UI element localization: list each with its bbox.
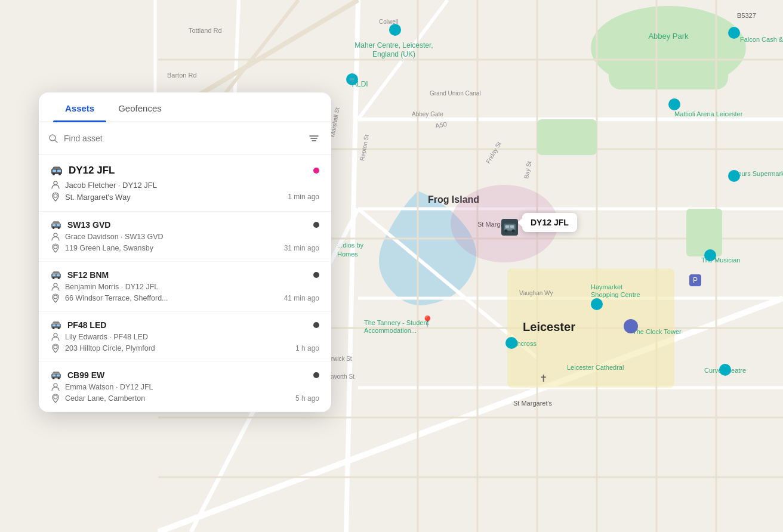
- svg-text:Leicester: Leicester: [523, 320, 575, 333]
- svg-point-121: [53, 327, 55, 330]
- svg-point-77: [728, 27, 740, 39]
- svg-rect-126: [53, 375, 56, 377]
- asset-plate: SF12 BNM: [67, 270, 313, 280]
- asset-driver: Emma Watson · DY12 JFL: [51, 382, 319, 392]
- svg-text:P: P: [693, 276, 698, 284]
- asset-status: [313, 372, 319, 378]
- svg-point-124: [54, 345, 57, 349]
- svg-rect-112: [53, 274, 56, 277]
- svg-point-107: [53, 227, 55, 230]
- svg-rect-2: [609, 18, 728, 89]
- svg-text:✝: ✝: [540, 373, 547, 383]
- svg-point-76: [624, 319, 638, 333]
- svg-text:📍: 📍: [421, 315, 434, 328]
- svg-point-130: [54, 383, 57, 387]
- svg-point-101: [58, 173, 61, 175]
- list-item[interactable]: CB99 EW Emma Watson · DY12 JFL Cedar Lan…: [39, 362, 331, 412]
- svg-point-83: [719, 364, 731, 376]
- search-bar: [39, 122, 331, 155]
- asset-location: 203 Hilltop Circle, Plymford 1 h ago: [51, 344, 319, 353]
- search-input[interactable]: [64, 134, 306, 143]
- svg-rect-127: [57, 375, 60, 377]
- svg-point-123: [54, 333, 57, 337]
- tab-assets[interactable]: Assets: [53, 92, 106, 122]
- svg-rect-30: [686, 209, 722, 256]
- svg-point-75: [505, 337, 517, 349]
- svg-text:Shopping Centre: Shopping Centre: [591, 291, 640, 298]
- svg-rect-89: [510, 225, 514, 228]
- svg-point-74: [668, 98, 680, 110]
- asset-location: Cedar Lane, Camberton 5 h ago: [51, 394, 319, 403]
- svg-text:England (UK): England (UK): [372, 50, 415, 58]
- svg-text:Barton Rd: Barton Rd: [167, 72, 197, 79]
- svg-point-72: [389, 24, 401, 36]
- svg-point-115: [58, 277, 60, 280]
- tab-bar: Assets Geofences: [39, 92, 331, 122]
- svg-line-93: [55, 140, 57, 143]
- svg-text:Maher Centre, Leicester,: Maher Centre, Leicester,: [354, 41, 433, 50]
- active-asset-driver: Jacob Fletcher · DY12 JFL: [51, 180, 319, 190]
- svg-text:Accommodation...: Accommodation...: [364, 327, 417, 334]
- map-tooltip-text: DY12 JFL: [531, 218, 569, 227]
- asset-driver: Lily Edwards · PF48 LED: [51, 332, 319, 342]
- vehicle-icon: [51, 321, 61, 329]
- svg-text:Haymarket: Haymarket: [591, 283, 622, 290]
- asset-plate: PF48 LED: [67, 320, 313, 330]
- svg-point-116: [54, 283, 57, 287]
- svg-text:Grand Union Canal: Grand Union Canal: [430, 90, 481, 97]
- asset-driver: Grace Davidson · SW13 GVD: [51, 232, 319, 242]
- asset-location: 66 Windsor Terrace, Shefford... 41 min a…: [51, 293, 319, 303]
- asset-panel: Assets Geofences: [39, 92, 331, 412]
- vehicle-icon: [51, 271, 61, 279]
- svg-rect-120: [57, 324, 60, 327]
- vehicle-marker: [501, 219, 518, 238]
- tab-geofences[interactable]: Geofences: [106, 92, 174, 122]
- svg-text:Homes: Homes: [337, 250, 358, 258]
- svg-point-129: [58, 378, 60, 380]
- svg-point-91: [512, 230, 515, 233]
- active-asset-card[interactable]: DY12 JFL Jacob Fletcher · DY12 JFL St. M…: [39, 155, 331, 212]
- active-asset-location: St. Margaret's Way 1 min ago: [51, 192, 319, 202]
- search-icon: [48, 134, 58, 143]
- svg-text:Leicester Cathedral: Leicester Cathedral: [567, 364, 624, 371]
- asset-status: [313, 322, 319, 328]
- asset-plate: SW13 GVD: [67, 220, 313, 230]
- svg-rect-29: [537, 119, 597, 155]
- svg-point-108: [58, 227, 60, 230]
- list-item[interactable]: SW13 GVD Grace Davidson · SW13 GVD 119 G…: [39, 212, 331, 262]
- svg-text:The Clock Tower: The Clock Tower: [633, 328, 682, 335]
- svg-point-114: [53, 277, 55, 280]
- svg-text:Falcon Cash & Car: Falcon Cash & Car: [740, 36, 783, 43]
- svg-point-102: [54, 181, 57, 185]
- asset-plate: CB99 EW: [67, 370, 313, 380]
- svg-rect-98: [53, 170, 56, 172]
- list-item[interactable]: SF12 BNM Benjamin Morris · DY12 JFL 66 W…: [39, 262, 331, 312]
- svg-text:🛒: 🛒: [349, 76, 356, 83]
- vehicle-icon: [51, 166, 63, 175]
- svg-text:Abbey Gate: Abbey Gate: [412, 111, 443, 117]
- svg-rect-105: [53, 224, 56, 227]
- svg-rect-106: [57, 224, 60, 227]
- asset-driver: Benjamin Morris · DY12 JFL: [51, 282, 319, 292]
- svg-text:Abbey Park: Abbey Park: [648, 32, 689, 41]
- svg-rect-99: [57, 170, 61, 172]
- svg-point-90: [505, 230, 508, 233]
- svg-point-78: [591, 298, 603, 310]
- svg-point-103: [54, 194, 57, 197]
- filter-button[interactable]: [306, 131, 322, 146]
- vehicle-icon: [51, 371, 61, 379]
- svg-text:Mattioli Arena Leicester: Mattioli Arena Leicester: [674, 110, 743, 117]
- svg-rect-119: [53, 324, 56, 327]
- svg-point-128: [53, 378, 55, 380]
- svg-point-117: [54, 295, 57, 299]
- asset-list: SW13 GVD Grace Davidson · SW13 GVD 119 G…: [39, 212, 331, 412]
- map-tooltip: DY12 JFL: [522, 213, 577, 232]
- active-asset-plate: DY12 JFL: [69, 165, 313, 177]
- svg-point-122: [58, 327, 60, 330]
- list-item[interactable]: PF48 LED Lily Edwards · PF48 LED 203 Hil…: [39, 312, 331, 362]
- svg-text:The Tannery - Student: The Tannery - Student: [364, 319, 429, 326]
- svg-point-110: [54, 245, 57, 249]
- svg-text:...dios by: ...dios by: [337, 242, 364, 249]
- svg-text:B5327: B5327: [737, 12, 756, 19]
- svg-rect-88: [505, 225, 509, 228]
